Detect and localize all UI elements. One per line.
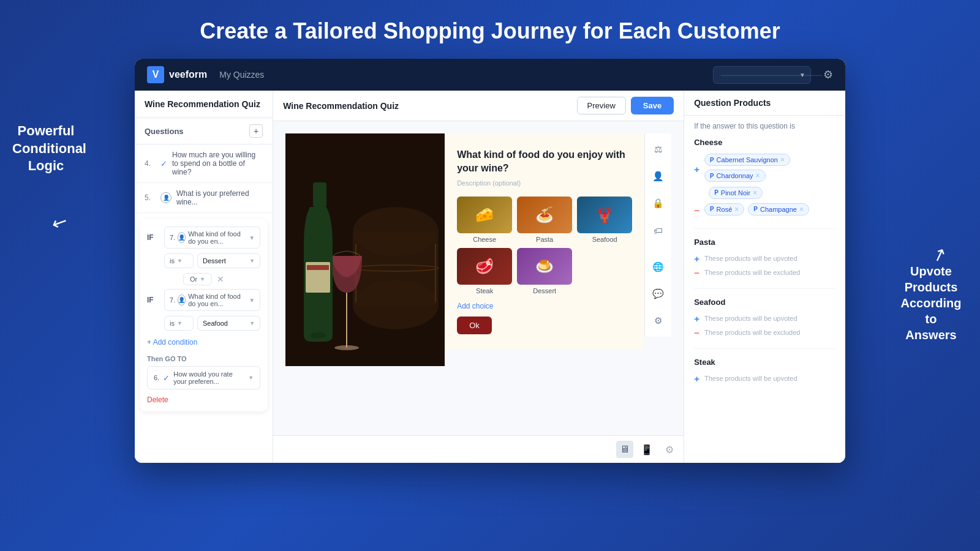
or-row: Or ▼ ✕ xyxy=(147,273,260,285)
product-tag-champagne: P Champagne × xyxy=(748,203,809,216)
preview-content: What kind of food do you enjoy with your… xyxy=(273,121,684,435)
food-grid: 🧀 Cheese 🍝 Pasta 🦞 Seafood xyxy=(457,197,632,294)
goto-item[interactable]: 6. ✓ How would you rate your preferen...… xyxy=(147,366,260,389)
q4-check-icon: ✓ xyxy=(160,159,167,168)
lock-icon[interactable]: 🔒 xyxy=(650,195,667,212)
arrow-left-icon: ↙ xyxy=(48,209,71,234)
product-tag-cabernet: P Cabernet Sauvignon × xyxy=(704,154,790,166)
mobile-icon[interactable]: 📱 xyxy=(638,441,655,458)
remove-pinot-button[interactable]: × xyxy=(753,189,757,197)
wine-image xyxy=(285,133,445,366)
pasta-plus-button[interactable]: + xyxy=(694,253,699,264)
quiz-description: Description (optional) xyxy=(457,179,632,187)
q4-num: 4. xyxy=(145,159,156,168)
or-close-button[interactable]: ✕ xyxy=(217,274,224,284)
is-dropdown-1[interactable]: is ▼ xyxy=(164,253,194,268)
rp-subtitle: If the answer to this question is xyxy=(684,116,845,133)
sidebar-left-label: Powerful Conditional Logic xyxy=(12,122,80,175)
condition-row-1: IF 7. 👤 What kind of food do you en... ▼ xyxy=(147,227,260,249)
chat-icon[interactable]: 💬 xyxy=(650,285,667,302)
add-condition-link[interactable]: + Add condition xyxy=(147,335,260,349)
q-selector-2[interactable]: 7. 👤 What kind of food do you en... ▼ xyxy=(164,289,260,311)
steak-plus-button[interactable]: + xyxy=(694,373,699,384)
left-panel: Wine Recommendation Quiz Questions + 4. … xyxy=(135,91,273,463)
preview-settings-icon[interactable]: ⚙ xyxy=(665,444,674,455)
food-item-pasta[interactable]: 🍝 Pasta xyxy=(517,197,572,243)
remove-chardonnay-button[interactable]: × xyxy=(756,171,760,180)
center-panel: Wine Recommendation Quiz Preview Save xyxy=(273,91,684,463)
or-button[interactable]: Or ▼ xyxy=(183,273,212,285)
desktop-icon[interactable]: 🖥 xyxy=(616,441,633,458)
rp-cheese-section: Cheese + P Cabernet Sauvignon × P Chardo… xyxy=(684,133,845,225)
rp-seafood-plus-row: + These products will be upvoted xyxy=(694,312,835,326)
food-dessert-img: 🍮 xyxy=(517,248,572,285)
nav-gear-icon[interactable]: ⚙ xyxy=(823,68,833,81)
rp-cheese-title: Cheese xyxy=(694,138,835,147)
rp-seafood-minus-row: − These products will be excluded xyxy=(694,326,835,340)
person-icon[interactable]: 👤 xyxy=(650,168,667,185)
tag-icon[interactable]: 🏷 xyxy=(650,222,667,239)
is-dropdown-2[interactable]: is ▼ xyxy=(164,316,194,331)
save-button[interactable]: Save xyxy=(631,97,674,114)
product-tag-pinot: P Pinot Noir × xyxy=(709,187,763,199)
add-choice-link[interactable]: Add choice xyxy=(457,302,632,310)
preview-header: Wine Recommendation Quiz Preview Save xyxy=(273,91,684,121)
if-label-1: IF xyxy=(147,233,160,242)
value-dropdown-1[interactable]: Dessert ▼ xyxy=(197,253,260,268)
ok-button[interactable]: Ok xyxy=(457,317,492,334)
value-dropdown-2[interactable]: Seafood ▼ xyxy=(197,316,260,331)
settings-icon[interactable]: ⚙ xyxy=(650,312,667,329)
pasta-exclude-text: These products will be excluded xyxy=(704,269,801,276)
quiz-card: What kind of food do you enjoy with your… xyxy=(445,133,644,349)
q4-text: How much are you willing to spend on a b… xyxy=(172,151,263,176)
rp-seafood-section: Seafood + These products will be upvoted… xyxy=(684,293,845,345)
remove-champagne-button[interactable]: × xyxy=(799,205,804,214)
device-toggle: 🖥 📱 ⚙ xyxy=(273,435,684,463)
goto-check-icon: ✓ xyxy=(163,373,170,383)
then-goto-section: Then GO TO 6. ✓ How would you rate your … xyxy=(147,355,260,389)
food-pasta-img: 🍝 xyxy=(517,197,572,233)
rp-pasta-minus-row: − These products will be excluded xyxy=(694,266,835,280)
quiz-question-text: What kind of food do you enjoy with your… xyxy=(457,148,632,176)
food-item-dessert[interactable]: 🍮 Dessert xyxy=(517,248,572,294)
question-item-5[interactable]: 5. 👤 What is your preferred wine... xyxy=(135,183,273,213)
seafood-plus-button[interactable]: + xyxy=(694,313,699,324)
add-question-button[interactable]: + xyxy=(249,124,263,138)
q-selector-1-icon: 👤 xyxy=(178,232,186,243)
divider-1 xyxy=(694,228,835,229)
question-item-4[interactable]: 4. ✓ How much are you willing to spend o… xyxy=(135,144,273,183)
food-seafood-img: 🦞 xyxy=(577,197,632,233)
right-icons-bar: ⚖ 👤 🔒 🏷 🌐 💬 ⚙ xyxy=(644,133,671,337)
seafood-minus-button[interactable]: − xyxy=(694,328,699,338)
food-item-steak[interactable]: 🥩 Steak xyxy=(457,248,512,294)
nav-quiz-dropdown[interactable]: ────────────────── ▼ xyxy=(713,66,811,84)
remove-cabernet-button[interactable]: × xyxy=(780,156,785,164)
globe-icon[interactable]: 🌐 xyxy=(650,258,667,276)
cheese-products-row1: P Cabernet Sauvignon × P Chardonnay × xyxy=(704,154,835,182)
q5-num: 5. xyxy=(145,193,156,202)
food-item-seafood[interactable]: 🦞 Seafood xyxy=(577,197,632,243)
nav-my-quizzes[interactable]: My Quizzes xyxy=(219,70,264,80)
delete-button[interactable]: Delete xyxy=(147,395,260,404)
condition-block: IF 7. 👤 What kind of food do you en... ▼… xyxy=(140,219,268,411)
condition-value-row-2: is ▼ Seafood ▼ xyxy=(164,316,260,331)
rp-pasta-section: Pasta + These products will be upvoted −… xyxy=(684,233,845,285)
cheese-exclude-row: P Rosé × P Champagne × xyxy=(704,203,809,216)
cheese-plus-button[interactable]: + xyxy=(694,164,699,174)
preview-button[interactable]: Preview xyxy=(577,97,626,114)
remove-rose-button[interactable]: × xyxy=(734,205,739,214)
q-selector-2-num: 7. xyxy=(170,296,175,304)
questions-header: Questions + xyxy=(135,118,273,144)
pasta-upvote-text: These products will be upvoted xyxy=(704,255,797,262)
cheese-minus-button[interactable]: − xyxy=(694,205,699,216)
food-item-cheese[interactable]: 🧀 Cheese xyxy=(457,197,512,243)
condition-value-row-1: is ▼ Dessert ▼ xyxy=(164,253,260,268)
goto-num: 6. xyxy=(154,374,159,381)
q-selector-1[interactable]: 7. 👤 What kind of food do you en... ▼ xyxy=(164,227,260,249)
rp-pasta-title: Pasta xyxy=(694,238,835,247)
food-steak-img: 🥩 xyxy=(457,248,512,285)
seafood-exclude-text: These products will be excluded xyxy=(704,329,801,336)
svg-point-8 xyxy=(334,345,359,350)
sliders-icon[interactable]: ⚖ xyxy=(650,141,667,158)
pasta-minus-button[interactable]: − xyxy=(694,268,699,278)
